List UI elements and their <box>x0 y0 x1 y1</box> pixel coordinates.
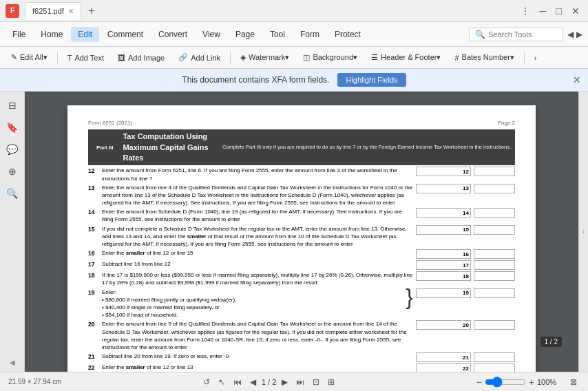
sidebar-layers-icon[interactable]: ⊕ <box>4 163 21 180</box>
menu-tool[interactable]: Tool <box>263 27 292 42</box>
row-value-box <box>474 225 515 235</box>
row-number: 17 <box>88 260 99 269</box>
nav-next-button[interactable]: ▶ <box>279 376 291 388</box>
edit-all-button[interactable]: ✎ Edit All▾ <box>6 51 53 64</box>
zoom-fit-button[interactable]: ⊠ <box>567 376 580 388</box>
menu-home[interactable]: Home <box>34 27 70 42</box>
sidebar-bookmark-icon[interactable]: 🔖 <box>4 119 21 136</box>
table-row: 20 Enter the amount from line 5 of the Q… <box>88 320 515 351</box>
new-tab-button[interactable]: + <box>84 3 98 19</box>
zoom-slider[interactable] <box>485 377 526 388</box>
nav-cursor-button[interactable]: ↖ <box>216 376 228 388</box>
notification-bar: This document contains XFA form fields. … <box>0 69 588 92</box>
row-content: Enter the amount from line 5 of the Qual… <box>102 320 413 351</box>
tab-close-icon[interactable]: ✕ <box>68 8 74 15</box>
right-sidebar[interactable]: › <box>578 92 588 372</box>
row-input-box: 22 <box>416 363 471 372</box>
header-footer-button[interactable]: ☰ Header & Footer▾ <box>366 51 446 64</box>
sidebar-comment-icon[interactable]: 💬 <box>4 141 21 158</box>
menu-comment[interactable]: Comment <box>101 27 150 42</box>
row-content: If line 17 is $199,900 or less ($99,950 … <box>102 271 413 286</box>
zoom-level-label: 100% <box>537 378 565 386</box>
bates-number-button[interactable]: # Bates Number▾ <box>449 51 519 64</box>
nav-back-icon[interactable]: ◀ <box>567 30 574 39</box>
table-row: 16 Enter the smaller of line 12 or line … <box>88 249 515 259</box>
menu-form[interactable]: Form <box>293 27 326 42</box>
row-input-box: 17 <box>416 260 471 270</box>
search-input[interactable] <box>488 30 557 39</box>
row-number: 12 <box>88 167 99 176</box>
header-footer-icon: ☰ <box>371 53 378 62</box>
page-indicator: 1 / 2 <box>262 378 276 386</box>
table-row: 13 Enter the amount from line 4 of the Q… <box>88 184 515 207</box>
row-number: 20 <box>88 320 99 329</box>
row-value-box <box>474 320 515 330</box>
watermark-icon: ◈ <box>240 53 246 62</box>
row-content: Enter the amount from Schedule D (Form 1… <box>102 208 413 223</box>
notification-text: This document contains XFA form fields. <box>182 75 329 85</box>
row-number: 13 <box>88 184 99 193</box>
row-number: 21 <box>88 352 99 361</box>
form-id-label: Form 6251 (2021) <box>88 119 132 127</box>
notification-close-icon[interactable]: ✕ <box>573 74 581 85</box>
add-image-button[interactable]: 🖼 Add Image <box>112 52 170 64</box>
document-tab[interactable]: f6251.pdf ✕ <box>25 2 81 20</box>
row-value-box <box>474 352 515 362</box>
add-image-icon: 🖼 <box>118 54 125 62</box>
highlight-fields-button[interactable]: Highlight Fields <box>337 73 406 87</box>
row-content: Enter the amount from line 4 of the Qual… <box>102 184 413 207</box>
nav-forward-icon[interactable]: ▶ <box>576 30 582 39</box>
main-area: ⊟ 🔖 💬 ⊕ 🔍 ◀ Form 6251 (2021) Page 2 Part… <box>0 92 588 372</box>
row-content: Enter the amount from Form 6251, line 6.… <box>102 167 413 182</box>
sidebar-page-icon[interactable]: ⊟ <box>4 97 21 114</box>
sidebar-collapse-arrow[interactable]: ◀ <box>10 359 15 366</box>
menu-file[interactable]: File <box>6 27 32 42</box>
menu-bar: File Home Edit Comment Convert View Page… <box>0 22 588 47</box>
row-input-box: 15 <box>416 225 471 235</box>
table-row: 17 Subtract line 16 from line 12 17 <box>88 260 515 270</box>
tab-bar: f6251.pdf ✕ + <box>25 2 512 20</box>
window-menu-icon[interactable]: ⋮ <box>518 4 533 18</box>
nav-controls: ↺ ↖ ⏮ ◀ 1 / 2 ▶ ⏭ ⊡ ⊞ <box>200 376 337 388</box>
toolbar-separator-2 <box>230 52 231 64</box>
part-instruction: Complete Part III only if you are requir… <box>222 144 511 151</box>
row-content: If you did not complete a Schedule D Tax… <box>102 225 413 249</box>
sidebar-search-icon[interactable]: 🔍 <box>4 185 21 202</box>
search-icon: 🔍 <box>475 30 485 39</box>
row-value-box <box>474 184 515 193</box>
close-button[interactable]: ✕ <box>569 4 582 18</box>
form-header: Form 6251 (2021) Page 2 <box>88 119 515 127</box>
zoom-out-button[interactable]: − <box>476 377 482 388</box>
maximize-button[interactable]: □ <box>554 4 565 18</box>
zoom-in-button[interactable]: + <box>529 377 534 388</box>
minimize-button[interactable]: ─ <box>537 4 549 18</box>
row-input-box: 19 <box>416 288 471 298</box>
nav-prev-button[interactable]: ◀ <box>247 376 259 388</box>
nav-last-button[interactable]: ⏭ <box>293 376 307 388</box>
table-row: 14 Enter the amount from Schedule D (For… <box>88 208 515 223</box>
table-row: 19 Enter: • $80,800 if married filing jo… <box>88 288 515 319</box>
zoom-controls: − + 100% ⊠ <box>476 376 580 388</box>
menu-page[interactable]: Page <box>229 27 262 42</box>
add-link-button[interactable]: 🔗 Add Link <box>173 51 226 64</box>
add-link-icon: 🔗 <box>178 53 188 62</box>
menu-convert[interactable]: Convert <box>151 27 194 42</box>
page-size-label: 21.59 × 27.94 cm <box>8 378 62 385</box>
add-text-button[interactable]: T Add Text <box>62 52 109 64</box>
row-value-box <box>474 167 515 176</box>
watermark-button[interactable]: ◈ Watermark▾ <box>235 51 295 64</box>
nav-rotate-button[interactable]: ↺ <box>200 376 213 388</box>
nav-scroll-button[interactable]: ⊞ <box>325 376 337 388</box>
nav-first-button[interactable]: ⏮ <box>231 376 244 388</box>
search-tools[interactable]: 🔍 <box>469 28 563 41</box>
menu-protect[interactable]: Protect <box>328 27 368 42</box>
nav-fit-button[interactable]: ⊡ <box>310 376 322 388</box>
row-number: 18 <box>88 271 99 280</box>
part-header: Part III Tax Computation Using Maximum C… <box>88 129 515 165</box>
menu-view[interactable]: View <box>196 27 227 42</box>
row-content: Subtract line 16 from line 12 <box>102 260 413 268</box>
toolbar-nav-right-button[interactable]: › <box>529 52 543 64</box>
menu-edit[interactable]: Edit <box>71 27 99 42</box>
tab-filename: f6251.pdf <box>32 7 64 15</box>
background-button[interactable]: ◫ Background▾ <box>297 51 363 64</box>
